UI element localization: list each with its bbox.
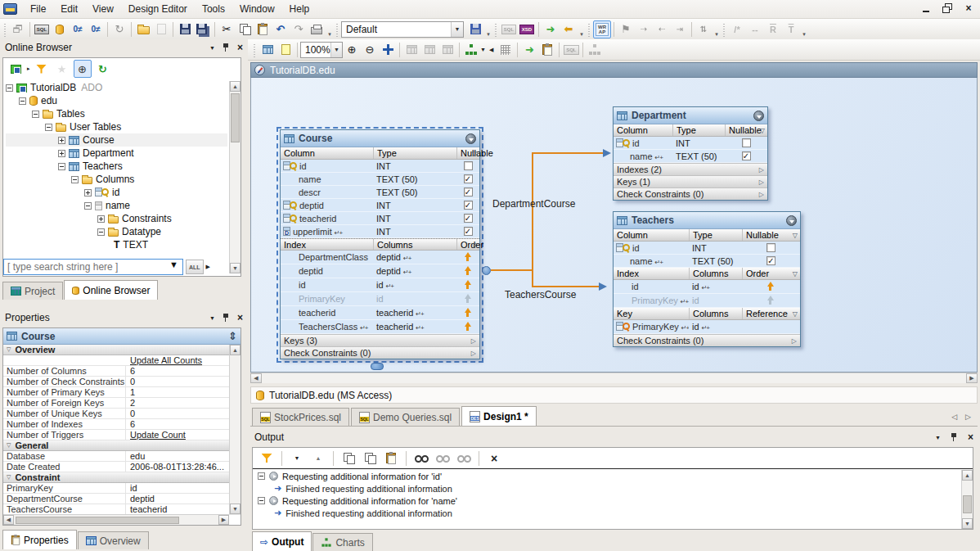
zoom-fit-icon[interactable] (379, 41, 397, 59)
collapse-all-icon[interactable]: ◀ (489, 47, 493, 53)
collapse-icon[interactable] (32, 111, 39, 118)
remove-table-icon[interactable] (420, 41, 438, 59)
clear-bookmarks-icon[interactable]: ⇥ (671, 20, 689, 38)
department-table-header[interactable]: Department (614, 107, 767, 124)
index-row[interactable]: TeachersClass teacherid (281, 320, 479, 334)
toolbar-overflow-icon[interactable]: ▾ (484, 31, 492, 39)
column-row[interactable]: deptid INT (281, 199, 479, 212)
collapse-icon[interactable] (258, 472, 265, 480)
menu-view[interactable]: View (86, 1, 120, 17)
show-sql-icon[interactable]: SQL (562, 41, 580, 59)
query-database-icon[interactable]: 🗗 (9, 20, 27, 38)
pin-icon[interactable] (223, 313, 230, 323)
collapse-icon[interactable] (84, 202, 92, 210)
expand-badge-icon[interactable] (681, 322, 689, 332)
nullable-checkbox[interactable] (742, 151, 751, 160)
expand-badge-icon[interactable] (416, 308, 423, 318)
menu-design-editor[interactable]: Design Editor (122, 1, 194, 17)
nullable-checkbox[interactable] (464, 214, 473, 223)
close-button[interactable]: × (962, 2, 975, 14)
tab-properties[interactable]: Properties (2, 530, 77, 549)
scroll-down-icon[interactable]: ▼ (230, 504, 241, 514)
search-dropdown-icon[interactable]: ▼ (169, 260, 182, 274)
filter-icon[interactable]: ▽ (760, 127, 765, 134)
scroll-up-icon[interactable]: ▲ (962, 470, 973, 481)
panel-menu-icon[interactable]: ▼ (935, 435, 941, 440)
expand-section-icon[interactable]: ▷ (471, 337, 476, 345)
panel-close-icon[interactable]: × (237, 313, 243, 323)
filter-icon[interactable]: ▽ (793, 232, 798, 239)
section-constraint[interactable]: ▽Constraint (3, 472, 241, 483)
toolbar-overflow-icon[interactable]: ▾ (713, 31, 721, 39)
nullable-checkbox[interactable] (464, 187, 473, 196)
layout-dropdown-icon[interactable]: ▼ (480, 47, 486, 52)
print-icon[interactable] (308, 20, 326, 38)
expand-section-icon[interactable]: ▷ (759, 166, 764, 174)
nullable-checkbox[interactable] (766, 243, 775, 252)
profile-combobox-dropdown-icon[interactable]: ▼ (451, 22, 463, 37)
filter-icon[interactable] (33, 60, 51, 78)
import-icon[interactable]: ⬅ (560, 20, 578, 38)
locate-object-icon[interactable]: ⊕ (74, 60, 92, 78)
restore-button[interactable] (941, 2, 954, 14)
ascending-order-icon[interactable] (766, 282, 775, 291)
tab-overview[interactable]: Overview (78, 531, 149, 549)
index-row[interactable]: id id (614, 280, 800, 294)
course-selection-handle[interactable] (371, 363, 384, 370)
region-icon[interactable]: R (764, 20, 782, 38)
toggle-retain-icon[interactable]: ⇅ (695, 20, 713, 38)
toolbar-overflow-icon[interactable]: ▾ (800, 31, 808, 39)
scrollbar-thumb[interactable] (16, 517, 179, 524)
column-row[interactable]: id INT (614, 137, 767, 150)
ascending-order-icon[interactable] (464, 252, 473, 262)
tab-scroll-left-icon[interactable]: ◁ (951, 413, 957, 421)
expand-section-icon[interactable]: ▷ (759, 178, 764, 186)
ascending-order-icon[interactable] (766, 296, 775, 305)
expand-section-icon[interactable]: ▷ (471, 350, 476, 357)
toolbar-grip[interactable] (3, 22, 7, 37)
column-row[interactable]: id INT (614, 242, 800, 255)
relation-line[interactable] (533, 286, 600, 287)
column-row[interactable]: teacherid INT (281, 212, 479, 225)
filter-icon[interactable]: ▽ (793, 310, 798, 318)
toolbar-grip[interactable] (494, 22, 498, 37)
teachers-table-header[interactable]: Teachers (614, 212, 800, 229)
nullable-checkbox[interactable] (464, 174, 473, 183)
panel-close-icon[interactable]: × (237, 43, 243, 52)
menu-edit[interactable]: Edit (54, 1, 84, 17)
reload-file-icon[interactable] (152, 20, 170, 38)
toolbar-overflow-icon[interactable]: ▾ (578, 31, 586, 39)
index-row[interactable]: deptid deptid (281, 264, 479, 278)
ascending-order-icon[interactable] (464, 266, 473, 276)
zoom-dropdown-icon[interactable]: ▼ (330, 43, 342, 57)
new-table-icon[interactable] (258, 41, 276, 59)
ascending-order-icon[interactable] (464, 294, 473, 304)
tree-item-connection[interactable]: TutorialDBADO (6, 81, 227, 94)
relation-line[interactable] (532, 152, 533, 287)
export-icon[interactable]: ➜ (542, 20, 560, 38)
section-general[interactable]: ▽General (3, 440, 241, 451)
canvas-horizontal-scrollbar[interactable]: ◀ ▶ (250, 373, 978, 383)
panel-close-icon[interactable]: × (968, 432, 973, 442)
auto-layout-icon[interactable] (462, 41, 480, 59)
tab-project[interactable]: Project (2, 282, 63, 300)
menu-window[interactable]: Window (233, 1, 281, 17)
scroll-right-icon[interactable]: ▶ (218, 515, 229, 525)
new-connection-icon[interactable] (7, 60, 25, 78)
design-canvas[interactable]: DepartmentCourse TeachersCourse Course C… (250, 78, 978, 373)
save-all-icon[interactable] (194, 20, 212, 38)
relation-label-departmentcourse[interactable]: DepartmentCourse (492, 198, 575, 210)
column-row[interactable]: descr TEXT (50) (281, 186, 479, 199)
expand-section-icon[interactable]: ▷ (792, 337, 797, 345)
design-document-titlebar[interactable]: TutorialDB.edu (250, 62, 978, 78)
design-options-icon[interactable] (586, 41, 604, 59)
tree-item-name-column[interactable]: name (6, 199, 227, 212)
tree-item-datatype[interactable]: Datatype (6, 225, 227, 238)
properties-horizontal-scrollbar[interactable]: ◀ ▶ (3, 514, 229, 525)
expand-badge-icon[interactable] (681, 296, 688, 305)
data-inspector-icon[interactable]: 0≠ (69, 20, 87, 38)
copy-all-messages-icon[interactable] (382, 449, 400, 467)
next-bookmark-icon[interactable]: ⇢ (635, 20, 653, 38)
search-scope-button[interactable]: ALL (186, 260, 204, 274)
expand-badge-icon[interactable] (403, 252, 411, 262)
